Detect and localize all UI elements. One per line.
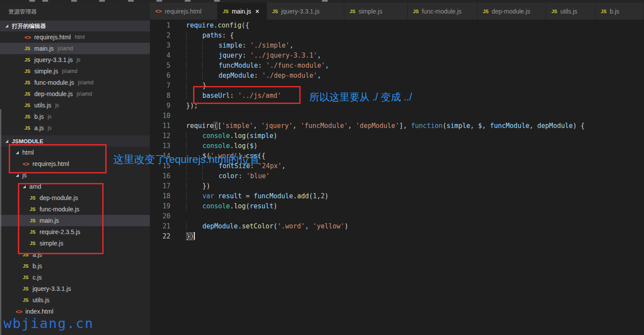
code-token bbox=[186, 202, 202, 210]
code-token: , bbox=[293, 122, 301, 130]
tab-label: b.js bbox=[609, 8, 619, 15]
code-line-10[interactable]: 10 bbox=[150, 111, 644, 121]
tab-jquery-3.3.1.js[interactable]: JSjquery-3.3.1.js bbox=[267, 3, 344, 20]
open-editor-item-b.js[interactable]: JSb.jsjs bbox=[0, 111, 150, 122]
code-token: ) bbox=[274, 202, 277, 210]
open-editor-item-requirejs.html[interactable]: <>requirejs.htmlhtml bbox=[0, 31, 150, 43]
code-line-16[interactable]: 16 color: 'blue' bbox=[150, 171, 644, 181]
code-line-12[interactable]: 12 console.log(simple) bbox=[150, 131, 644, 141]
line-number: 1 bbox=[150, 21, 170, 31]
code-token bbox=[186, 192, 202, 200]
file-name: index.html bbox=[25, 308, 53, 315]
file-name: b.js bbox=[34, 113, 44, 120]
code-token: color bbox=[218, 172, 238, 180]
open-editor-item-simple.js[interactable]: JSsimple.jsjs\amd bbox=[0, 66, 150, 77]
code-line-4[interactable]: 4 jquery: '../jquery-3.3.1', bbox=[150, 51, 644, 61]
code-token: paths bbox=[202, 31, 222, 39]
code-line-13[interactable]: 13 console.log($) bbox=[150, 141, 644, 151]
code-token: console bbox=[202, 142, 230, 150]
tab-label: dep-module.js bbox=[492, 8, 530, 15]
code-token bbox=[186, 52, 202, 59]
code-line-18[interactable]: 18 var result = funcModule.add(1,2) bbox=[150, 191, 644, 201]
code-token: ) { bbox=[573, 122, 585, 130]
section-expand-icon bbox=[5, 140, 8, 143]
code-token: , bbox=[325, 62, 329, 69]
code-line-11[interactable]: 11require(['simple', 'jquery', 'funcModu… bbox=[150, 121, 644, 131]
js-file-icon: JS bbox=[24, 69, 30, 74]
close-tab-icon[interactable]: × bbox=[256, 8, 259, 15]
code-line-17[interactable]: 17 }) bbox=[150, 181, 644, 191]
clipped-glyph bbox=[185, 0, 190, 2]
code-line-1[interactable]: 1require.config({ bbox=[150, 21, 644, 31]
code-token bbox=[186, 31, 202, 39]
line-number: 22 bbox=[150, 231, 170, 242]
tab-b.js[interactable]: JSb.js bbox=[596, 3, 644, 20]
code-token: 1 bbox=[313, 192, 317, 200]
code-line-3[interactable]: 3 simple: './simple', bbox=[150, 41, 644, 51]
code-token: './func-module' bbox=[266, 62, 325, 69]
code-line-20[interactable]: 20 bbox=[150, 211, 644, 221]
line-number: 4 bbox=[150, 51, 170, 61]
open-editor-item-dep-module.js[interactable]: JSdep-module.jsjs\amd bbox=[0, 88, 150, 100]
line-number: 7 bbox=[150, 81, 170, 91]
js-file-icon: JS bbox=[223, 9, 229, 14]
code-line-6[interactable]: 6 depModule: './dep-module', bbox=[150, 71, 644, 81]
tab-requirejs.html[interactable]: <>requirejs.html bbox=[150, 3, 218, 20]
file-name: dep-module.js bbox=[34, 90, 73, 97]
code-token: log bbox=[234, 202, 246, 210]
tab-main.js[interactable]: JSmain.js× bbox=[218, 3, 267, 20]
file-path-badge: js\amd bbox=[62, 68, 77, 74]
line-number: 9 bbox=[150, 101, 170, 111]
open-editor-item-jquery-3.3.1.js[interactable]: JSjquery-3.3.1.jsjs bbox=[0, 54, 150, 66]
code-line-19[interactable]: 19 console.log(result) bbox=[150, 201, 644, 211]
js-file-icon: JS bbox=[24, 46, 30, 51]
code-view[interactable]: 1require.config({2 paths: {3 simple: './… bbox=[150, 20, 644, 242]
code-token: : bbox=[242, 41, 250, 49]
code-token: , bbox=[317, 72, 321, 79]
clipped-glyph bbox=[156, 0, 162, 2]
code-token: './dep-module' bbox=[262, 72, 317, 79]
code-token: config bbox=[218, 21, 241, 29]
code-token: jquery bbox=[218, 52, 242, 59]
file-name: c.js bbox=[32, 274, 42, 281]
open-editor-item-utils.js[interactable]: JSutils.jsjs bbox=[0, 100, 150, 111]
code-line-21[interactable]: 21 depModule.setColor('.word', 'yellow') bbox=[150, 221, 644, 231]
code-token bbox=[202, 172, 218, 180]
code-line-22[interactable]: 22}) bbox=[150, 231, 644, 242]
code-token: = bbox=[242, 192, 253, 200]
tree-item-jquery-3.3.1.js[interactable]: JSjquery-3.3.1.js bbox=[0, 283, 150, 294]
tree-item-utils.js[interactable]: JSutils.js bbox=[0, 294, 150, 306]
open-editor-item-a.js[interactable]: JSa.jsjs bbox=[0, 122, 150, 134]
code-token: ) bbox=[274, 132, 277, 140]
clipped-glyph bbox=[322, 0, 328, 2]
open-editor-item-main.js[interactable]: JSmain.jsjs\amd bbox=[0, 43, 150, 54]
code-line-5[interactable]: 5 funcModule: './func-module', bbox=[150, 61, 644, 71]
code-token bbox=[186, 41, 202, 49]
tree-item-b.js[interactable]: JSb.js bbox=[0, 260, 150, 272]
line-number: 18 bbox=[150, 191, 170, 201]
js-file-icon: JS bbox=[24, 57, 30, 62]
code-line-2[interactable]: 2 paths: { bbox=[150, 31, 644, 41]
folder-expand-icon[interactable] bbox=[16, 174, 19, 177]
code-token: var bbox=[202, 192, 214, 200]
tree-item-c.js[interactable]: JSc.js bbox=[0, 272, 150, 283]
vscode-window: 资源管理器 打开的编辑器 <>requirejs.htmlhtmlJSmain.… bbox=[0, 0, 644, 335]
file-path-badge: js\amd bbox=[76, 91, 92, 97]
code-token bbox=[186, 172, 202, 180]
open-editor-item-func-module.js[interactable]: JSfunc-module.jsjs\amd bbox=[0, 77, 150, 88]
code-token: ( bbox=[246, 142, 249, 150]
html-file-icon: <> bbox=[24, 34, 31, 41]
code-token: '24px' bbox=[258, 162, 282, 170]
tab-utils.js[interactable]: JSutils.js bbox=[546, 3, 596, 20]
code-token: 'funcModule' bbox=[301, 122, 348, 130]
code-token: ( bbox=[246, 132, 249, 140]
tab-dep-module.js[interactable]: JSdep-module.js bbox=[478, 3, 546, 20]
line-number: 3 bbox=[150, 41, 170, 51]
open-editors-section-header[interactable]: 打开的编辑器 bbox=[0, 21, 150, 31]
tab-func-module.js[interactable]: JSfunc-module.js bbox=[408, 3, 478, 20]
code-token: console bbox=[202, 132, 230, 140]
js-file-icon: JS bbox=[23, 263, 28, 269]
code-token: '.word' bbox=[277, 222, 305, 230]
code-token bbox=[214, 192, 218, 200]
tab-simple.js[interactable]: JSsimple.js bbox=[344, 3, 408, 20]
